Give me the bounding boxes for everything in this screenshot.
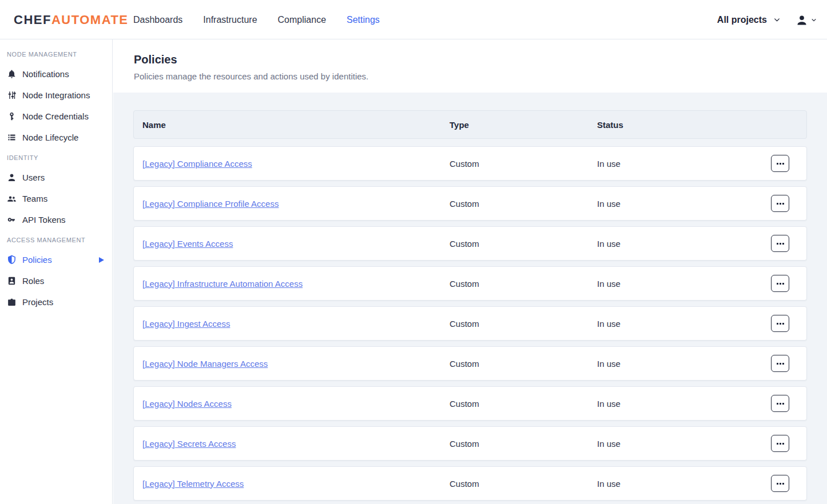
policy-name-link[interactable]: [Legacy] Node Managers Access: [142, 359, 268, 369]
sidebar-item-label: API Tokens: [22, 215, 66, 224]
policy-status-cell: In use: [597, 479, 771, 489]
row-options-button[interactable]: [771, 475, 789, 492]
row-options-button[interactable]: [771, 435, 789, 452]
policy-type-cell: Custom: [450, 439, 597, 449]
policy-name-link[interactable]: [Legacy] Compliance Access: [142, 159, 252, 169]
sidebar-item-api-tokens[interactable]: API Tokens: [0, 209, 112, 230]
policy-type-cell: Custom: [450, 199, 597, 209]
row-options-button[interactable]: [771, 275, 789, 292]
key-icon: [7, 215, 17, 225]
table-row: [Legacy] Infrastructure Automation Acces…: [133, 266, 807, 301]
chevron-down-icon: [773, 16, 781, 23]
sidebar-item-label: Teams: [22, 194, 47, 203]
policy-name-link[interactable]: [Legacy] Secrets Access: [142, 439, 236, 449]
sidebar-item-label: Projects: [22, 298, 53, 306]
user-avatar-icon: [796, 14, 808, 26]
policy-type-cell: Custom: [450, 319, 597, 329]
sidebar-item-projects[interactable]: Projects: [0, 291, 112, 313]
chevron-down-icon: [811, 17, 817, 23]
row-options-button[interactable]: [771, 315, 789, 332]
sidebar-item-users[interactable]: Users: [0, 167, 112, 188]
policy-status-cell: In use: [597, 439, 771, 449]
nav-compliance[interactable]: Compliance: [278, 15, 326, 25]
policy-type-cell: Custom: [450, 279, 597, 289]
projects-filter-label: All projects: [717, 15, 767, 25]
policy-name-link[interactable]: [Legacy] Telemetry Access: [142, 479, 244, 489]
nav-dashboards[interactable]: Dashboards: [133, 15, 182, 25]
table-body: [Legacy] Compliance Access Custom In use…: [133, 146, 807, 501]
top-bar-right: All projects: [717, 0, 817, 39]
column-header-status: Status: [597, 120, 771, 130]
top-bar: CHEFAUTOMATE Dashboards Infrastructure C…: [0, 0, 827, 39]
shield-icon: [7, 255, 17, 265]
bell-icon: [7, 69, 17, 79]
briefcase-icon: [7, 297, 17, 307]
badge-icon: [7, 276, 17, 286]
nav-settings[interactable]: Settings: [347, 15, 380, 25]
table-row: [Legacy] Node Managers Access Custom In …: [133, 346, 807, 381]
chef-automate-logo[interactable]: CHEFAUTOMATE: [14, 0, 129, 39]
policy-status-cell: In use: [597, 279, 771, 289]
sidebar-item-label: Users: [22, 173, 45, 182]
sidebar-section-node-management: NODE MANAGEMENT: [0, 45, 112, 63]
policy-status-cell: In use: [597, 359, 771, 369]
row-options-button[interactable]: [771, 395, 789, 412]
table-row: [Legacy] Events Access Custom In use: [133, 226, 807, 261]
user-menu[interactable]: [796, 14, 817, 26]
sidebar-section-access-management: ACCESS MANAGEMENT: [0, 230, 112, 249]
sidebar-section-identity: IDENTITY: [0, 148, 112, 167]
person-icon: [7, 173, 17, 182]
sidebar-item-label: Roles: [22, 277, 44, 285]
table-row: [Legacy] Secrets Access Custom In use: [133, 426, 807, 461]
policy-type-cell: Custom: [450, 399, 597, 409]
row-options-button[interactable]: [771, 155, 789, 172]
sidebar-item-node-credentials[interactable]: Node Credentials: [0, 106, 112, 127]
table-row: [Legacy] Nodes Access Custom In use: [133, 386, 807, 421]
policy-status-cell: In use: [597, 319, 771, 329]
logo-automate: AUTOMATE: [51, 13, 129, 27]
sidebar-item-label: Node Credentials: [22, 112, 89, 121]
table-header-row: Name Type Status: [133, 110, 807, 139]
sidebar-item-node-integrations[interactable]: Node Integrations: [0, 85, 112, 106]
policy-name-link[interactable]: [Legacy] Infrastructure Automation Acces…: [142, 279, 303, 289]
sidebar-item-label: Node Integrations: [22, 91, 90, 99]
column-header-name: Name: [134, 120, 450, 130]
policy-name-link[interactable]: [Legacy] Events Access: [142, 239, 233, 249]
key-vertical-icon: [7, 111, 17, 121]
policy-type-cell: Custom: [450, 159, 597, 169]
settings-sidebar: NODE MANAGEMENT Notifications Node Integ…: [0, 39, 113, 504]
policy-type-cell: Custom: [450, 359, 597, 369]
expand-arrow-icon[interactable]: [99, 257, 104, 263]
main-content: Policies Policies manage the resources a…: [113, 39, 827, 504]
table-row: [Legacy] Compliance Access Custom In use: [133, 146, 807, 181]
projects-filter-dropdown[interactable]: All projects: [717, 15, 781, 25]
table-row: [Legacy] Ingest Access Custom In use: [133, 306, 807, 341]
page-subtitle: Policies manage the resources and action…: [134, 71, 806, 81]
policy-status-cell: In use: [597, 199, 771, 209]
policy-name-link[interactable]: [Legacy] Compliance Profile Access: [142, 199, 279, 209]
row-options-button[interactable]: [771, 355, 789, 372]
policy-status-cell: In use: [597, 239, 771, 249]
sidebar-item-notifications[interactable]: Notifications: [0, 63, 112, 85]
logo-chef: CHEF: [14, 13, 51, 27]
people-icon: [7, 194, 17, 203]
nav-infrastructure[interactable]: Infrastructure: [203, 15, 257, 25]
policy-type-cell: Custom: [450, 479, 597, 489]
policies-table: Name Type Status [Legacy] Compliance Acc…: [133, 110, 807, 501]
sidebar-item-teams[interactable]: Teams: [0, 188, 112, 209]
table-row: [Legacy] Telemetry Access Custom In use: [133, 466, 807, 501]
sidebar-item-node-lifecycle[interactable]: Node Lifecycle: [0, 127, 112, 148]
list-icon: [7, 133, 17, 142]
column-header-type: Type: [450, 120, 597, 130]
sidebar-item-label: Notifications: [22, 70, 69, 78]
policy-name-link[interactable]: [Legacy] Nodes Access: [142, 399, 232, 409]
row-options-button[interactable]: [771, 195, 789, 212]
page-title: Policies: [134, 53, 806, 66]
sidebar-item-roles[interactable]: Roles: [0, 270, 112, 291]
sidebar-item-policies[interactable]: Policies: [0, 249, 112, 270]
policy-status-cell: In use: [597, 399, 771, 409]
page-header: Policies Policies manage the resources a…: [113, 39, 827, 93]
row-options-button[interactable]: [771, 235, 789, 252]
sidebar-item-label: Node Lifecycle: [22, 133, 78, 142]
policy-name-link[interactable]: [Legacy] Ingest Access: [142, 319, 230, 329]
